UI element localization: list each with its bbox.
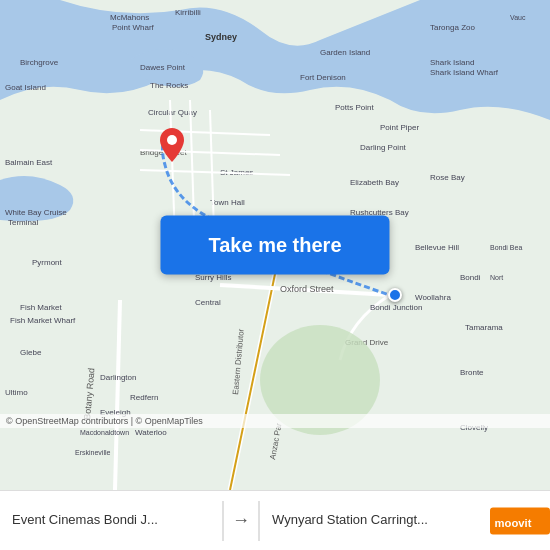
svg-text:Glebe: Glebe xyxy=(20,348,42,357)
svg-text:Macdonaldtown: Macdonaldtown xyxy=(80,429,129,436)
origin-label: Event Cinemas Bondi J... xyxy=(12,512,158,529)
svg-text:Bondi: Bondi xyxy=(460,273,481,282)
svg-text:Goat Island: Goat Island xyxy=(5,83,46,92)
svg-text:McMahons: McMahons xyxy=(110,13,149,22)
footer-destination: Wynyard Station Carringt... xyxy=(260,491,482,550)
footer-bar: Event Cinemas Bondi J... → Wynyard Stati… xyxy=(0,490,550,550)
moovit-logo: moovit xyxy=(490,505,550,537)
svg-text:Terminal: Terminal xyxy=(8,218,38,227)
svg-text:Birchgrove: Birchgrove xyxy=(20,58,59,67)
svg-text:Fish Market Wharf: Fish Market Wharf xyxy=(10,316,76,325)
svg-text:Bellevue Hill: Bellevue Hill xyxy=(415,243,459,252)
svg-text:Point Piper: Point Piper xyxy=(380,123,419,132)
svg-text:Pyrmont: Pyrmont xyxy=(32,258,63,267)
svg-text:Kirribilli: Kirribilli xyxy=(175,8,201,17)
origin-pin xyxy=(160,128,184,166)
svg-text:Garden Island: Garden Island xyxy=(320,48,370,57)
svg-text:Taronga Zoo: Taronga Zoo xyxy=(430,23,475,32)
svg-text:Potts Point: Potts Point xyxy=(335,103,374,112)
svg-text:White Bay Cruise: White Bay Cruise xyxy=(5,208,67,217)
svg-text:Shark Island: Shark Island xyxy=(430,58,474,67)
svg-text:Fort Denison: Fort Denison xyxy=(300,73,346,82)
svg-text:Central: Central xyxy=(195,298,221,307)
svg-text:Waterloo: Waterloo xyxy=(135,428,167,437)
svg-text:Vauc: Vauc xyxy=(510,14,526,21)
svg-text:Redfern: Redfern xyxy=(130,393,158,402)
svg-text:Fish Market: Fish Market xyxy=(20,303,63,312)
svg-text:Balmain East: Balmain East xyxy=(5,158,53,167)
svg-text:Erskineville: Erskineville xyxy=(75,449,111,456)
svg-text:Oxford Street: Oxford Street xyxy=(280,284,334,294)
svg-text:Elizabeth Bay: Elizabeth Bay xyxy=(350,178,399,187)
destination-label: Wynyard Station Carringt... xyxy=(272,512,428,529)
map-container: Oxford Street Grand Drive Botany Road Br… xyxy=(0,0,550,490)
svg-text:Nort: Nort xyxy=(490,274,503,281)
svg-text:Bondi Bea: Bondi Bea xyxy=(490,244,522,251)
svg-text:Woollahra: Woollahra xyxy=(415,293,451,302)
destination-pin xyxy=(388,288,402,302)
svg-text:Shark Island Wharf: Shark Island Wharf xyxy=(430,68,499,77)
svg-point-67 xyxy=(167,135,177,145)
svg-text:Ultimo: Ultimo xyxy=(5,388,28,397)
button-overlay: Take me there xyxy=(160,216,389,275)
svg-text:The Rocks: The Rocks xyxy=(150,81,188,90)
svg-text:Dawes Point: Dawes Point xyxy=(140,63,186,72)
footer-origin: Event Cinemas Bondi J... xyxy=(0,491,222,550)
map-attribution: © OpenStreetMap contributors | © OpenMap… xyxy=(0,414,550,428)
svg-text:Point Wharf: Point Wharf xyxy=(112,23,155,32)
svg-text:Town Hall: Town Hall xyxy=(210,198,245,207)
svg-text:moovit: moovit xyxy=(495,517,532,529)
svg-text:Bondi Junction: Bondi Junction xyxy=(370,303,422,312)
direction-arrow-icon: → xyxy=(224,510,258,531)
svg-text:Rose Bay: Rose Bay xyxy=(430,173,465,182)
svg-text:Darling Point: Darling Point xyxy=(360,143,407,152)
svg-text:Bronte: Bronte xyxy=(460,368,484,377)
take-me-there-button[interactable]: Take me there xyxy=(160,216,389,275)
svg-text:Darlington: Darlington xyxy=(100,373,136,382)
svg-text:Tamarama: Tamarama xyxy=(465,323,503,332)
svg-text:Sydney: Sydney xyxy=(205,32,237,42)
